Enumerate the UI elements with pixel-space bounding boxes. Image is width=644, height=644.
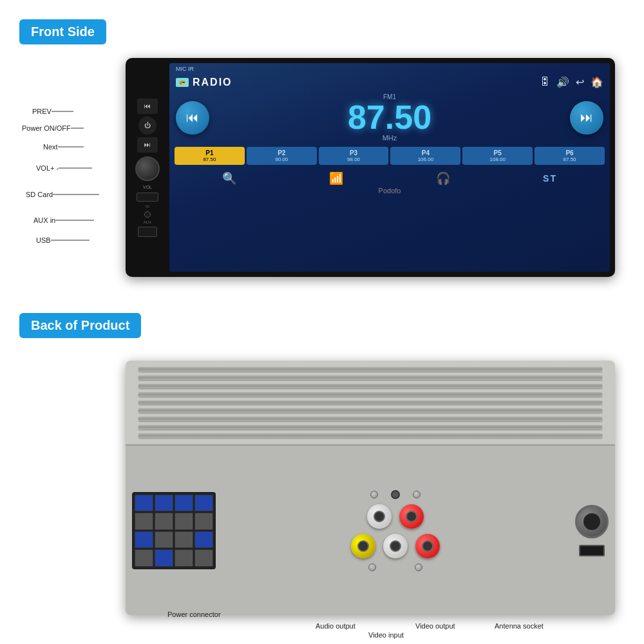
callout-vol: VOL+ - xyxy=(36,164,59,172)
prev-track-btn[interactable]: ⏮ xyxy=(176,101,209,135)
pin-5 xyxy=(135,513,153,530)
rca-white-2 xyxy=(383,534,408,558)
display-screen[interactable]: MIC IR 📻 RADIO 🎛 🔊 ↩ 🏠 ⏮ FM1 87 xyxy=(169,63,610,272)
callout-sdcard: SD Card xyxy=(26,191,53,198)
callout-power-line xyxy=(71,128,84,129)
search-icon[interactable]: 🔍 xyxy=(222,171,236,185)
vent-fin-1 xyxy=(138,367,602,372)
audio-jack-small xyxy=(391,490,400,499)
callout-next-text: Next xyxy=(43,143,58,151)
pin-16 xyxy=(194,549,213,567)
vent-fins xyxy=(138,361,602,444)
screen-bottom-bar: 🔍 📶 🎧 ST xyxy=(169,167,610,187)
callout-next-line xyxy=(58,147,84,147)
unit-chassis-front: ⏮ ⏻ ⏭ VOL TF AUX MIC IR 📻 RADIO 🎛 xyxy=(126,58,615,277)
label-video-output: Video output xyxy=(415,622,455,630)
volume-icon[interactable]: 🔊 xyxy=(556,76,569,88)
callout-sdcard-text: SD Card xyxy=(26,191,53,198)
pin-1 xyxy=(135,495,153,512)
preset-1[interactable]: P187.50 xyxy=(175,147,245,165)
unit-chassis-back: CEFCC xyxy=(126,361,615,615)
front-side-badge: Front Side xyxy=(19,19,106,44)
preset-4[interactable]: P4106.00 xyxy=(390,147,460,165)
freq-display: ⏮ FM1 87.50 MHz ⏭ xyxy=(169,91,610,144)
volume-knob[interactable] xyxy=(135,156,160,181)
vent-fin-8 xyxy=(138,425,602,430)
tf-label: TF xyxy=(145,205,149,209)
preset-5[interactable]: P5108.00 xyxy=(462,147,533,165)
home-icon[interactable]: 🏠 xyxy=(591,76,603,88)
back-icon[interactable]: ↩ xyxy=(576,76,584,88)
pin-15 xyxy=(175,549,193,567)
pin-4 xyxy=(194,495,213,512)
power-button[interactable]: ⏻ xyxy=(138,117,156,135)
screen-title-bar: 📻 RADIO 🎛 🔊 ↩ 🏠 xyxy=(169,75,610,91)
callout-usb-text: USB xyxy=(36,236,51,244)
pin-3 xyxy=(175,495,193,512)
preset-6[interactable]: P687.50 xyxy=(535,147,605,165)
sd-card-slot[interactable] xyxy=(137,193,158,202)
screw-2 xyxy=(413,491,421,498)
callout-power: Power ON/OFF xyxy=(22,124,71,132)
front-badge-label: Front Side xyxy=(31,24,95,39)
preset-3[interactable]: P398.00 xyxy=(319,147,389,165)
audio-output-label-text: Audio output xyxy=(316,622,355,630)
next-track-btn[interactable]: ⏭ xyxy=(570,101,603,135)
rca-white-1 xyxy=(367,504,392,529)
label-video-input: Video input xyxy=(368,631,404,639)
prev-button[interactable]: ⏮ xyxy=(137,99,158,114)
aux-label: AUX xyxy=(144,220,151,224)
back-badge-label: Back of Product xyxy=(31,318,129,332)
callout-usb: USB xyxy=(36,236,51,244)
pin-11 xyxy=(175,531,193,549)
vent-fin-5 xyxy=(138,401,602,405)
label-antenna-socket: Antenna socket xyxy=(495,622,544,630)
video-jacks xyxy=(351,534,440,558)
preset-2[interactable]: P290.00 xyxy=(247,147,317,165)
vent-fin-9 xyxy=(138,433,602,438)
pin-14 xyxy=(155,549,173,567)
callout-aux-line xyxy=(55,220,94,221)
next-button[interactable]: ⏭ xyxy=(137,137,158,153)
eq-icon[interactable]: 🎛 xyxy=(540,76,550,88)
antenna-inner xyxy=(583,513,600,530)
callout-prev: PREV xyxy=(32,108,52,115)
audio-output-jacks xyxy=(367,504,424,529)
antenna-socket-label-text: Antenna socket xyxy=(495,622,544,630)
aux-jack[interactable] xyxy=(144,211,151,218)
label-audio-output: Audio output xyxy=(316,622,355,630)
usb-port[interactable] xyxy=(138,227,157,237)
label-power-connector: Power connector xyxy=(167,611,221,618)
antenna-socket xyxy=(575,505,609,538)
callout-sdcard-line xyxy=(53,194,99,195)
callout-aux: AUX in xyxy=(33,216,55,224)
pin-10 xyxy=(155,531,173,549)
radio-icon: 📻 xyxy=(176,78,189,87)
brand-text: Podofo xyxy=(169,187,610,196)
callout-usb-line xyxy=(51,240,90,241)
pin-2 xyxy=(155,495,173,512)
video-input-label-text: Video input xyxy=(368,631,404,639)
freq-center: FM1 87.50 MHz xyxy=(216,93,564,142)
mic-ir-label: MIC IR xyxy=(176,66,194,72)
pin-8 xyxy=(194,513,213,530)
screw-4 xyxy=(415,564,422,571)
callout-power-text: Power ON/OFF xyxy=(22,124,71,132)
radio-label: RADIO xyxy=(193,77,232,88)
pin-7 xyxy=(175,513,193,530)
usb-slot-back xyxy=(579,545,605,556)
callout-aux-text: AUX in xyxy=(33,216,55,224)
pin-13 xyxy=(135,549,153,567)
back-side-badge: Back of Product xyxy=(19,313,141,338)
callout-prev-text: PREV xyxy=(32,108,52,115)
vent-fin-4 xyxy=(138,392,602,397)
wifi-icon[interactable]: 📶 xyxy=(329,171,343,185)
screen-top-icons: 🎛 🔊 ↩ 🏠 xyxy=(540,76,603,88)
bluetooth-icon[interactable]: 🎧 xyxy=(436,171,450,185)
back-unit: CEFCC xyxy=(126,361,615,615)
vent-fin-2 xyxy=(138,375,602,380)
frequency-display: 87.50 xyxy=(216,100,564,134)
preset-buttons: P187.50 P290.00 P398.00 P4106.00 P5108.0… xyxy=(169,144,610,167)
vent-fin-6 xyxy=(138,408,602,413)
vol-label: VOL xyxy=(143,185,152,189)
